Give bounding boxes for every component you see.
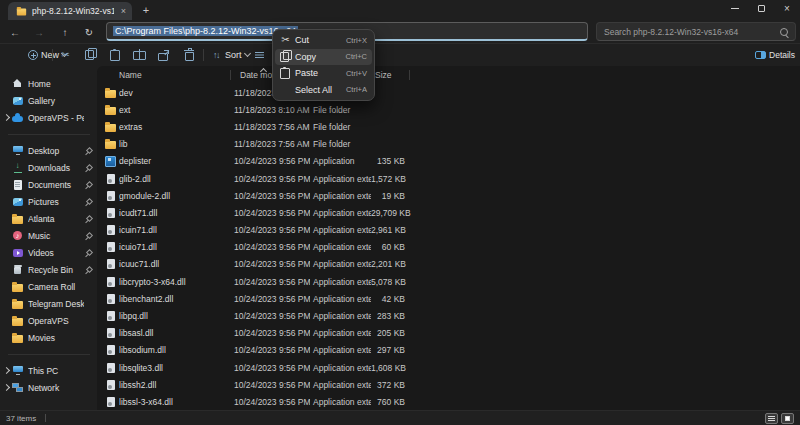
sidebar-item[interactable]: Movies <box>0 329 96 346</box>
file-row[interactable]: deplister 10/24/2023 9:56 PM Application… <box>97 153 800 170</box>
copy-button[interactable] <box>85 44 94 66</box>
sidebar-item[interactable]: Gallery <box>0 92 96 109</box>
rename-button[interactable] <box>133 44 146 66</box>
close-button[interactable]: × <box>774 0 800 17</box>
back-button[interactable]: ← <box>6 23 24 41</box>
file-row[interactable]: lib 11/18/2023 7:56 AM File folder <box>97 136 800 153</box>
sidebar-item[interactable]: Network <box>0 379 96 396</box>
chevron-right-icon[interactable] <box>2 385 11 390</box>
column-header-name[interactable]: Name <box>102 70 230 80</box>
sidebar-item[interactable] <box>0 346 96 362</box>
file-date-modified: 10/24/2023 9:56 PM <box>230 259 310 269</box>
file-row[interactable]: icuuc71.dll 10/24/2023 9:56 PM Applicati… <box>97 256 800 273</box>
sidebar-item[interactable]: Desktop <box>0 142 96 159</box>
sidebar-item[interactable]: This PC <box>0 362 96 379</box>
sidebar-item-label: Pictures <box>28 197 84 207</box>
file-date-modified: 10/24/2023 9:56 PM <box>230 174 310 184</box>
file-row[interactable]: libsqlite3.dll 10/24/2023 9:56 PM Applic… <box>97 359 800 376</box>
tab-close-icon[interactable]: × <box>119 7 128 16</box>
file-date-modified: 10/24/2023 9:56 PM <box>230 397 310 407</box>
paste-button[interactable] <box>110 44 120 66</box>
sort-button[interactable]: Sort <box>210 44 250 66</box>
file-row[interactable]: libcrypto-3-x64.dll 10/24/2023 9:56 PM A… <box>97 273 800 290</box>
chevron-right-icon[interactable] <box>2 115 11 120</box>
file-name: libssl-3-x64.dll <box>119 397 230 407</box>
file-size: 1,572 KB <box>371 174 405 184</box>
context-menu: Cut Ctrl+X Copy Ctrl+C Paste Ctrl+V Sele… <box>272 29 375 101</box>
file-name: libenchant2.dll <box>119 294 230 304</box>
up-button[interactable]: ↑ <box>56 23 74 41</box>
sidebar-item[interactable]: OperaVPS <box>0 312 96 329</box>
sidebar-item[interactable]: Telegram Desktop <box>0 295 96 312</box>
sidebar-item[interactable] <box>0 126 96 142</box>
file-icon <box>102 328 119 338</box>
sidebar-item[interactable]: Videos <box>0 244 96 261</box>
thumbnail-view-icon <box>785 416 790 421</box>
file-row[interactable]: ext 11/18/2023 8:10 AM File folder <box>97 101 800 118</box>
sidebar-item[interactable]: Pictures <box>0 193 96 210</box>
view-button[interactable] <box>255 44 264 66</box>
menu-item-label: Copy <box>295 52 346 62</box>
chevron-right-icon[interactable] <box>2 368 11 373</box>
file-row[interactable]: icuin71.dll 10/24/2023 9:56 PM Applicati… <box>97 222 800 239</box>
file-name: gmodule-2.dll <box>119 191 230 201</box>
file-row[interactable]: libpq.dll 10/24/2023 9:56 PM Application… <box>97 307 800 324</box>
file-row[interactable]: icuio71.dll 10/24/2023 9:56 PM Applicati… <box>97 239 800 256</box>
file-row[interactable]: gmodule-2.dll 10/24/2023 9:56 PM Applica… <box>97 187 800 204</box>
new-tab-button[interactable]: + <box>139 2 153 18</box>
sidebar-item[interactable]: OperaVPS - Personal <box>0 109 96 126</box>
cut-button[interactable] <box>60 44 71 66</box>
sort-label: Sort <box>225 50 242 60</box>
column-header-size[interactable]: Size <box>371 70 409 80</box>
sidebar-item[interactable]: Atlanta <box>0 210 96 227</box>
search-box[interactable]: Search php-8.2.12-Win32-vs16-x64 <box>596 22 796 41</box>
file-type: Application <box>310 156 371 166</box>
menu-item[interactable]: Cut Ctrl+X <box>275 32 372 49</box>
file-row[interactable]: extras 11/18/2023 7:56 AM File folder <box>97 118 800 135</box>
sidebar-item-label: This PC <box>28 366 84 376</box>
menu-item[interactable]: Paste Ctrl+V <box>275 65 372 82</box>
icons-view-toggle[interactable] <box>781 413 794 424</box>
sidebar-item[interactable]: Camera Roll <box>0 278 96 295</box>
menu-item-shortcut: Ctrl+A <box>346 85 367 94</box>
delete-button[interactable] <box>185 44 194 66</box>
share-button[interactable] <box>158 44 168 66</box>
sidebar-item[interactable]: Recycle Bin <box>0 261 96 278</box>
sidebar-item-label: Videos <box>28 248 84 258</box>
column-divider[interactable] <box>409 70 410 80</box>
sidebar-item[interactable]: Home <box>0 75 96 92</box>
details-view-toggle[interactable] <box>765 413 778 424</box>
file-date-modified: 10/24/2023 9:56 PM <box>230 380 310 390</box>
file-size: 42 KB <box>371 294 405 304</box>
file-row[interactable]: dev 11/18/2023 File folder <box>97 84 800 101</box>
file-size: 1,608 KB <box>371 363 405 373</box>
file-row[interactable]: libsodium.dll 10/24/2023 9:56 PM Applica… <box>97 342 800 359</box>
sidebar-item-icon <box>11 299 24 309</box>
sidebar-item[interactable]: Downloads <box>0 159 96 176</box>
menu-item[interactable]: Select All Ctrl+A <box>275 82 372 99</box>
column-divider[interactable] <box>230 70 231 80</box>
minimize-button[interactable] <box>722 0 748 17</box>
file-row[interactable]: libssh2.dll 10/24/2023 9:56 PM Applicati… <box>97 376 800 393</box>
file-icon <box>102 88 119 98</box>
file-row[interactable]: icudt71.dll 10/24/2023 9:56 PM Applicati… <box>97 204 800 221</box>
file-size: 135 KB <box>371 156 405 166</box>
details-pane-button[interactable]: Details <box>755 44 795 66</box>
maximize-button[interactable] <box>748 0 774 17</box>
file-size: 297 KB <box>371 345 405 355</box>
forward-button[interactable]: → <box>30 23 48 41</box>
file-icon <box>102 191 119 201</box>
explorer-tab[interactable]: php-8.2.12-Win32-vs16-x64 × <box>8 2 132 20</box>
sidebar-item[interactable]: Music <box>0 227 96 244</box>
sidebar-item-icon <box>11 231 24 240</box>
file-row[interactable]: libssl-3-x64.dll 10/24/2023 9:56 PM Appl… <box>97 393 800 410</box>
sidebar-item[interactable]: Documents <box>0 176 96 193</box>
menu-item[interactable]: Copy Ctrl+C <box>275 49 372 66</box>
file-row[interactable]: libenchant2.dll 10/24/2023 9:56 PM Appli… <box>97 290 800 307</box>
file-row[interactable]: glib-2.dll 10/24/2023 9:56 PM Applicatio… <box>97 170 800 187</box>
refresh-button[interactable]: ↻ <box>80 23 98 41</box>
minimize-icon <box>731 8 739 9</box>
file-row[interactable]: libsasl.dll 10/24/2023 9:56 PM Applicati… <box>97 325 800 342</box>
share-icon <box>158 53 168 61</box>
file-type: File folder <box>310 122 371 132</box>
